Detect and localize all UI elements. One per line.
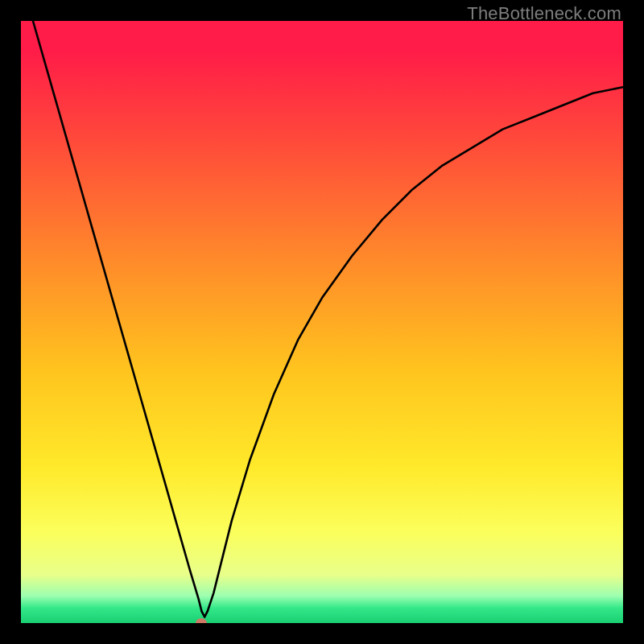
optimal-point-marker (196, 618, 207, 623)
bottleneck-curve (21, 21, 623, 623)
chart-frame: TheBottleneck.com (0, 0, 644, 644)
watermark-text: TheBottleneck.com (467, 3, 621, 24)
plot-area (21, 21, 623, 623)
